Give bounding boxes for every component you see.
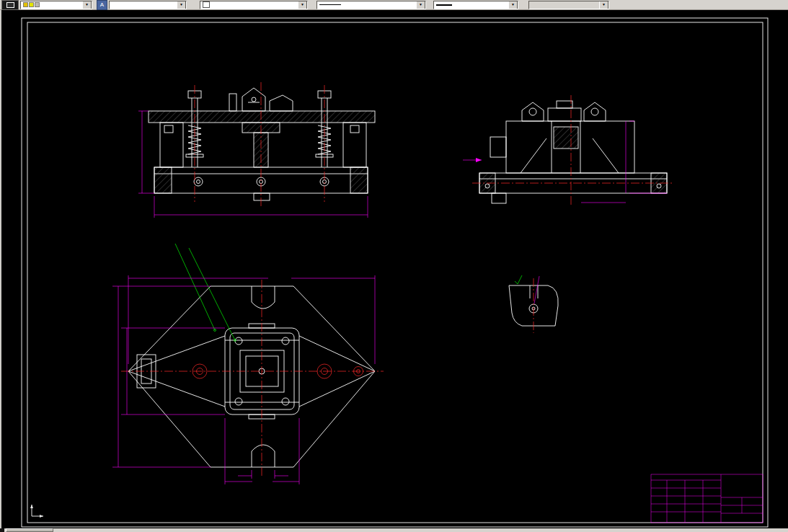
- layer-combo[interactable]: ▼: [20, 1, 92, 9]
- linetype-combo[interactable]: ▼: [316, 1, 426, 9]
- cad-drawing: [1, 10, 788, 528]
- scrollbar-corner: [0, 528, 4, 532]
- detail-view: [509, 275, 558, 333]
- layers-glyph: [6, 2, 14, 8]
- layer-manager-icon[interactable]: [1, 0, 19, 10]
- chevron-down-icon[interactable]: ▼: [416, 1, 425, 9]
- drawing-canvas[interactable]: [0, 10, 788, 528]
- layer-lock-icon: [35, 2, 40, 7]
- layer-on-icon: [23, 2, 28, 7]
- lineweight-sample-icon: [436, 4, 452, 6]
- drawing-frame: [27, 22, 763, 523]
- chevron-down-icon[interactable]: ▼: [508, 1, 518, 9]
- chevron-down-icon[interactable]: ▼: [82, 1, 92, 9]
- horizontal-scrollbar[interactable]: [0, 528, 788, 532]
- chevron-down-icon: ▼: [599, 1, 608, 9]
- plotstyle-combo: ▼: [528, 1, 609, 9]
- linetype-sample-icon: [319, 4, 341, 5]
- paper-border: [22, 18, 768, 527]
- style-combo[interactable]: ▼: [109, 1, 187, 9]
- text-style-icon[interactable]: A: [97, 0, 107, 10]
- lineweight-combo[interactable]: ▼: [433, 1, 518, 9]
- color-swatch-icon: [203, 1, 210, 8]
- ucs-icon: [30, 505, 43, 518]
- properties-toolbar: ▼ A ▼ ▼ ▼ ▼ ▼: [0, 0, 788, 10]
- front-view: [149, 82, 375, 208]
- color-combo[interactable]: ▼: [200, 1, 308, 9]
- chevron-down-icon[interactable]: ▼: [298, 1, 307, 9]
- side-view: [472, 95, 674, 206]
- layer-thaw-icon: [29, 2, 34, 7]
- detail-dimensions: [534, 276, 539, 303]
- title-block: [651, 474, 763, 523]
- cad-application-window: ▼ A ▼ ▼ ▼ ▼ ▼: [0, 0, 788, 532]
- chevron-down-icon[interactable]: ▼: [177, 1, 186, 9]
- scrollbar-thumb[interactable]: [6, 528, 53, 532]
